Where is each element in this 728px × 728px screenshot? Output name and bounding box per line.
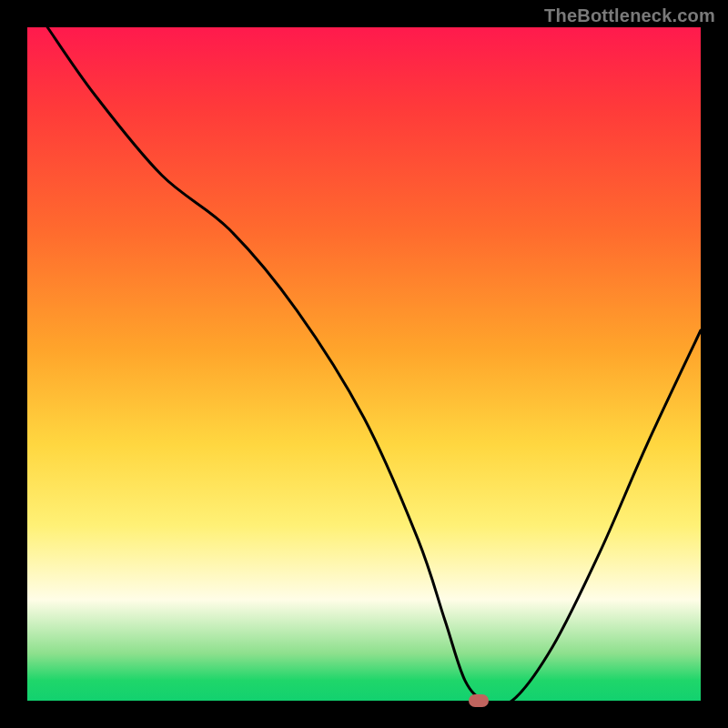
plot-area (27, 27, 701, 701)
bottleneck-curve (27, 27, 701, 701)
watermark-text: TheBottleneck.com (544, 5, 715, 26)
chart-frame: TheBottleneck.com (0, 0, 728, 728)
marker-dot (469, 694, 489, 707)
